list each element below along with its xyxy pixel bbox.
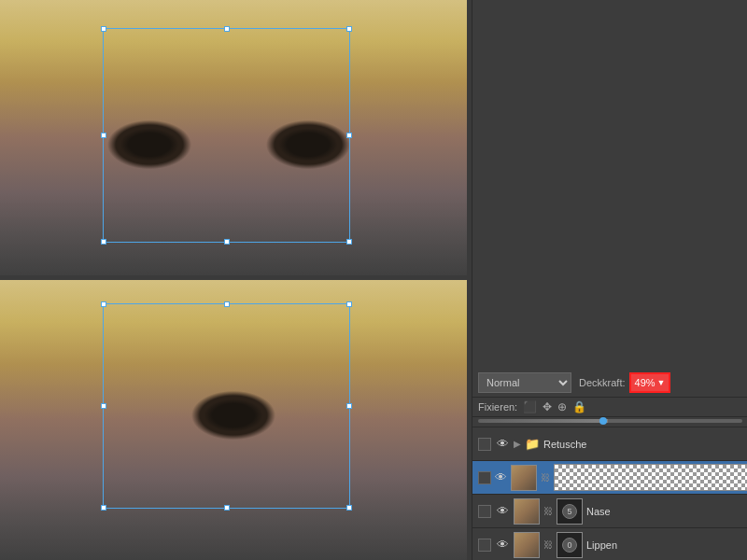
layer-mask-nase: 5	[557, 498, 583, 525]
canvas-image-bottom	[0, 280, 467, 560]
layer-visibility-retusche[interactable]: 👁	[495, 437, 510, 452]
layer-thumbnail-nase	[514, 498, 540, 525]
layer-expand-checkbox-nase[interactable]	[478, 505, 491, 518]
lock-all-icon[interactable]: 🔒	[572, 400, 586, 413]
layer-badge-nase: 5	[562, 504, 577, 519]
layer-link-icon-nase: ⛓	[543, 506, 553, 516]
layer-expand-checkbox-ebene1[interactable]	[478, 471, 491, 484]
layer-link-icon-ebene1: ⛓	[541, 472, 550, 483]
lock-move-icon[interactable]: ⊕	[557, 400, 567, 413]
layer-name-lippen: Lippen	[586, 539, 742, 551]
layers-controls: Normal Deckkraft: 49% ▼ Fixieren: ⬛ ✥ ⊕ …	[472, 369, 747, 560]
layer-name-nase: Nase	[586, 506, 742, 517]
opacity-value-box[interactable]: 49% ▼	[629, 372, 671, 393]
canvas-area	[0, 0, 467, 560]
layer-visibility-lippen[interactable]: 👁	[495, 538, 510, 553]
canvas-top	[0, 0, 467, 275]
layer-mask-ebene1	[554, 464, 747, 491]
fixieren-row: Fixieren: ⬛ ✥ ⊕ 🔒	[472, 398, 747, 417]
layer-badge-lippen: 0	[562, 538, 577, 553]
lock-position-icon[interactable]: ✥	[543, 400, 552, 413]
opacity-label: Deckkraft:	[579, 377, 626, 388]
lock-pixels-icon[interactable]: ⬛	[523, 400, 537, 413]
folder-icon: 📁	[525, 437, 540, 451]
opacity-arrow-icon: ▼	[657, 378, 666, 387]
canvas-bottom	[0, 280, 467, 560]
layer-thumbnail-lippen	[514, 532, 540, 558]
layer-item-retusche[interactable]: 👁 ▶ 📁 Retusche	[472, 427, 747, 461]
opacity-slider[interactable]	[478, 419, 742, 423]
layer-thumbnail-ebene1	[511, 465, 537, 491]
opacity-value: 49%	[635, 377, 655, 388]
layer-expand-checkbox-lippen[interactable]	[478, 539, 491, 552]
layer-visibility-ebene1[interactable]: 👁	[495, 470, 507, 485]
panel-area: Normal Deckkraft: 49% ▼ Fixieren: ⬛ ✥ ⊕ …	[472, 0, 747, 560]
layer-expand-checkbox[interactable]	[478, 438, 491, 451]
layer-mask-lippen: 0	[557, 532, 583, 558]
layer-collapse-arrow[interactable]: ▶	[514, 439, 521, 449]
layer-link-icon-lippen: ⛓	[543, 539, 553, 550]
layer-item-ebene1[interactable]: 👁 ⛓ Ebene 1	[472, 461, 747, 495]
blend-mode-select[interactable]: Normal	[478, 372, 571, 393]
layer-visibility-nase[interactable]: 👁	[495, 504, 510, 519]
layer-item-lippen[interactable]: 👁 ⛓ 0 Lippen	[472, 528, 747, 560]
canvas-image-top	[0, 0, 467, 275]
blend-opacity-row: Normal Deckkraft: 49% ▼	[472, 369, 747, 398]
fixieren-label: Fixieren:	[478, 401, 517, 413]
layer-name-retusche: Retusche	[543, 439, 742, 450]
panel-top-empty	[472, 0, 747, 369]
slider-thumb	[599, 417, 607, 425]
opacity-slider-row	[472, 417, 747, 427]
layer-item-nase[interactable]: 👁 ⛓ 5 Nase	[472, 495, 747, 528]
